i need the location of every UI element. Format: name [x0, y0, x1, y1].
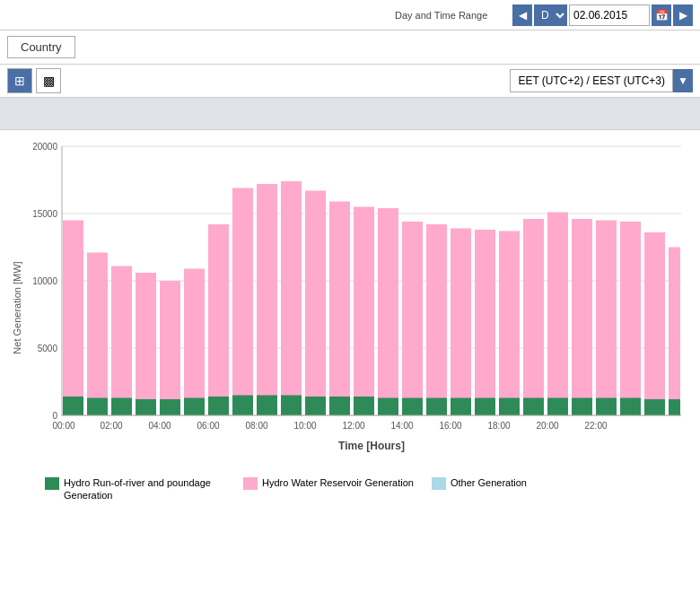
bar-pink-17	[475, 230, 495, 415]
y-tick-10000: 10000	[32, 276, 57, 286]
x-tick-0600: 06:00	[197, 421, 219, 431]
bar-green-5	[184, 398, 205, 416]
x-tick-2200: 22:00	[584, 421, 607, 431]
chart-view-button[interactable]: ▩	[36, 68, 61, 93]
bar-green-10	[305, 397, 326, 415]
bar-pink-19	[523, 219, 544, 415]
timezone-selector: EET (UTC+2) / EEST (UTC+3) ▼	[510, 69, 693, 92]
y-tick-0: 0	[52, 411, 57, 421]
bar-pink-25	[669, 248, 680, 416]
bar-green-4	[160, 399, 180, 415]
bar-green-17	[475, 398, 495, 416]
grid-view-button[interactable]: ⊞	[7, 68, 32, 93]
bar-pink-0	[63, 221, 83, 416]
prev-date-button[interactable]: ◀	[512, 4, 532, 26]
x-tick-1800: 18:00	[487, 421, 510, 431]
bar-pink-22	[596, 221, 617, 416]
timezone-dropdown-button[interactable]: ▼	[673, 69, 693, 92]
bar-green-18	[499, 398, 520, 416]
filter-bar	[0, 98, 700, 130]
bar-pink-8	[257, 184, 277, 415]
x-tick-0400: 04:00	[148, 421, 171, 431]
legend-item-hydro-river: Hydro Run-of-river and poundage Generati…	[45, 476, 225, 502]
bar-green-22	[596, 398, 617, 416]
bar-pink-9	[281, 181, 302, 415]
bar-pink-12	[354, 207, 374, 416]
bar-chart: Net Generation [MW] 20000 15000 10000 50…	[8, 137, 692, 469]
x-tick-0800: 08:00	[245, 421, 267, 431]
bar-pink-4	[160, 281, 180, 415]
bar-pink-5	[184, 269, 205, 416]
bar-pink-2	[111, 266, 132, 416]
legend-label-other: Other Generation	[451, 476, 527, 489]
chart-area: Net Generation [MW] 20000 15000 10000 50…	[0, 130, 700, 469]
legend-color-hydro-reservoir	[243, 477, 258, 490]
bar-pink-14	[402, 222, 423, 415]
bar-pink-1	[87, 253, 108, 416]
x-tick-1200: 12:00	[342, 421, 364, 431]
bar-green-8	[257, 396, 277, 416]
bar-green-2	[111, 398, 132, 416]
bar-pink-11	[329, 202, 350, 416]
legend-label-hydro-reservoir: Hydro Water Reservoir Generation	[262, 476, 414, 489]
bar-green-9	[281, 396, 302, 416]
y-tick-20000: 20000	[32, 142, 57, 152]
bar-pink-10	[305, 191, 326, 416]
chart-icon: ▩	[43, 74, 55, 88]
chart-legend: Hydro Run-of-river and poundage Generati…	[0, 469, 700, 510]
bar-green-0	[63, 397, 83, 415]
x-tick-1000: 10:00	[293, 421, 316, 431]
bar-green-20	[547, 398, 568, 416]
legend-color-other	[432, 477, 446, 490]
bar-pink-23	[620, 222, 641, 415]
grid-icon: ⊞	[14, 74, 25, 88]
bar-green-14	[402, 398, 423, 416]
x-tick-1600: 16:00	[439, 421, 461, 431]
date-controls: ◀ D 📅 ▶	[512, 4, 693, 26]
bar-pink-16	[451, 229, 471, 416]
date-input[interactable]	[569, 4, 650, 26]
bar-green-12	[354, 397, 374, 415]
bar-green-13	[378, 398, 398, 416]
legend-item-other: Other Generation	[432, 476, 527, 490]
country-row: Country	[0, 31, 700, 65]
x-tick-0200: 02:00	[100, 421, 122, 431]
country-button[interactable]: Country	[7, 36, 75, 58]
bar-pink-6	[208, 224, 229, 415]
bar-pink-3	[136, 273, 156, 415]
bar-pink-20	[547, 213, 568, 416]
bar-green-21	[572, 398, 592, 416]
bar-green-11	[329, 397, 350, 415]
legend-item-hydro-reservoir: Hydro Water Reservoir Generation	[243, 476, 414, 490]
x-tick-0000: 00:00	[52, 421, 74, 431]
y-tick-5000: 5000	[38, 344, 58, 353]
bar-green-7	[232, 396, 253, 416]
bar-green-25	[669, 399, 680, 415]
bar-green-6	[208, 397, 229, 415]
y-axis-label: Net Generation [MW]	[12, 261, 22, 353]
bar-pink-21	[572, 219, 592, 415]
bar-green-24	[644, 399, 665, 415]
bar-pink-24	[644, 232, 665, 415]
x-axis-label: Time [Hours]	[338, 440, 405, 452]
bar-pink-7	[232, 188, 253, 416]
legend-color-hydro-river	[45, 477, 59, 490]
bar-green-23	[620, 398, 641, 416]
bar-pink-13	[378, 208, 398, 415]
bar-green-1	[87, 398, 108, 416]
timezone-display: EET (UTC+2) / EEST (UTC+3)	[510, 69, 673, 92]
x-tick-2000: 20:00	[536, 421, 558, 431]
x-tick-1400: 14:00	[390, 421, 413, 431]
bar-green-16	[451, 398, 471, 416]
y-tick-15000: 15000	[32, 209, 57, 219]
bar-green-15	[426, 398, 447, 416]
bar-pink-15	[426, 224, 447, 415]
toolbar: ⊞ ▩ EET (UTC+2) / EEST (UTC+3) ▼	[0, 65, 700, 98]
day-time-label: Day and Time Range	[395, 10, 487, 21]
bar-green-3	[136, 399, 156, 415]
bar-green-19	[523, 398, 544, 416]
calendar-button[interactable]: 📅	[652, 4, 671, 26]
next-date-button[interactable]: ▶	[673, 4, 693, 26]
period-select[interactable]: D	[534, 4, 567, 26]
legend-label-hydro-river: Hydro Run-of-river and poundage Generati…	[64, 476, 225, 502]
